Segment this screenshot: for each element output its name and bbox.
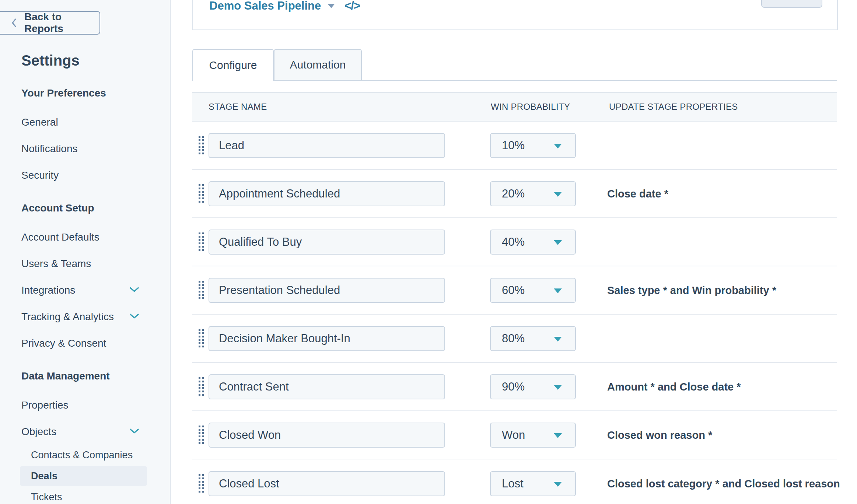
sidebar-item-deals[interactable]: Deals — [20, 466, 147, 486]
stage-name-input[interactable] — [209, 471, 445, 496]
sidebar-item-label: Your Preferences — [0, 87, 106, 99]
sidebar-item-privacy-consent[interactable]: Privacy & Consent — [0, 333, 171, 353]
win-probability-value: Won — [502, 428, 525, 442]
table-row: 40% — [192, 218, 837, 266]
sidebar-section-data-management: Data Management — [0, 366, 171, 386]
dropdown-caret-icon — [554, 433, 562, 438]
stage-name-input[interactable] — [209, 278, 445, 303]
win-probability-value: 40% — [502, 235, 525, 249]
win-probability-value: 20% — [502, 187, 525, 200]
stage-name-input[interactable] — [209, 133, 445, 158]
table-row: 20% Close date * — [192, 170, 837, 218]
chevron-down-icon[interactable] — [328, 4, 335, 8]
stage-name-input[interactable] — [209, 374, 445, 399]
stage-name-input[interactable] — [209, 230, 445, 255]
sidebar-item-label: Tickets — [0, 491, 62, 503]
win-probability-select[interactable]: Lost — [490, 471, 576, 496]
win-probability-value: 80% — [502, 332, 525, 345]
sidebar-item-security[interactable]: Security — [0, 165, 171, 185]
dropdown-caret-icon — [554, 192, 562, 197]
sidebar-item-label: Contacts & Companies — [0, 449, 133, 461]
code-icon[interactable]: </> — [344, 0, 360, 13]
sidebar-item-label: Security — [0, 169, 59, 181]
sidebar-item-tracking-analytics[interactable]: Tracking & Analytics — [0, 307, 171, 327]
column-header-update-properties: UPDATE STAGE PROPERTIES — [609, 102, 738, 112]
sidebar-item-label: Objects — [0, 426, 56, 438]
chevron-left-icon — [11, 18, 17, 28]
sidebar-item-properties[interactable]: Properties — [0, 395, 171, 415]
sidebar-item-label: Integrations — [0, 284, 75, 296]
win-probability-select[interactable]: 80% — [490, 326, 576, 351]
dropdown-caret-icon — [554, 240, 562, 245]
win-probability-select[interactable]: 40% — [490, 230, 576, 255]
win-probability-value: 90% — [502, 380, 525, 393]
drag-handle-icon[interactable] — [198, 425, 204, 445]
settings-screen: Back to Reports Settings Your Preference… — [0, 0, 857, 504]
sidebar-item-label: Account Defaults — [0, 231, 99, 243]
table-row: 80% — [192, 315, 837, 363]
win-probability-select[interactable]: 10% — [490, 133, 576, 158]
table-header-row: STAGE NAME WIN PROBABILITY UPDATE STAGE … — [192, 92, 837, 122]
pipeline-header-card: Demo Sales Pipeline </> — [192, 0, 838, 30]
stage-name-input[interactable] — [209, 423, 445, 448]
pipeline-selector-row: Demo Sales Pipeline </> — [209, 0, 360, 13]
update-stage-properties-text: Amount * and Close date * — [607, 381, 741, 393]
sidebar-item-label: Notifications — [0, 143, 78, 155]
tab-automation[interactable]: Automation — [274, 49, 362, 81]
sidebar-item-integrations[interactable]: Integrations — [0, 280, 171, 300]
sidebar-item-label: Data Management — [0, 370, 110, 382]
dropdown-caret-icon — [554, 385, 562, 390]
table-row: 60% Sales type * and Win probability * — [192, 266, 837, 315]
sidebar-item-label: Tracking & Analytics — [0, 311, 114, 323]
drag-handle-icon[interactable] — [198, 377, 204, 397]
drag-handle-icon[interactable] — [198, 136, 204, 155]
chevron-down-icon[interactable] — [129, 428, 139, 436]
settings-sidebar: Back to Reports Settings Your Preference… — [0, 0, 171, 504]
table-row: Won Closed won reason * — [192, 411, 837, 459]
drag-handle-icon[interactable] — [198, 474, 204, 494]
win-probability-select[interactable]: 90% — [490, 374, 576, 399]
pipeline-stages-table: STAGE NAME WIN PROBABILITY UPDATE STAGE … — [192, 92, 837, 504]
win-probability-value: Lost — [502, 477, 524, 490]
back-to-reports-button[interactable]: Back to Reports — [0, 11, 100, 35]
chevron-down-icon[interactable] — [129, 313, 139, 321]
update-stage-properties-text: Sales type * and Win probability * — [607, 284, 776, 296]
stage-name-input[interactable] — [209, 181, 445, 206]
sidebar-item-users-teams[interactable]: Users & Teams — [0, 254, 171, 274]
table-row: 10% — [192, 122, 837, 170]
win-probability-select[interactable]: Won — [490, 423, 576, 448]
sidebar-item-label: Privacy & Consent — [0, 337, 106, 349]
update-stage-properties-text: Closed won reason * — [607, 429, 712, 441]
drag-handle-icon[interactable] — [198, 184, 204, 204]
sidebar-item-account-defaults[interactable]: Account Defaults — [0, 227, 171, 247]
sidebar-item-objects[interactable]: Objects — [0, 422, 171, 442]
pipeline-selector[interactable]: Demo Sales Pipeline — [209, 0, 321, 13]
sidebar-item-tickets[interactable]: Tickets — [0, 487, 171, 504]
sidebar-item-notifications[interactable]: Notifications — [0, 139, 171, 159]
chevron-down-icon[interactable] — [129, 287, 139, 294]
win-probability-select[interactable]: 60% — [490, 278, 576, 303]
dropdown-caret-icon — [554, 288, 562, 293]
win-probability-select[interactable]: 20% — [490, 181, 576, 206]
table-row: Lost Closed lost category * and Closed l… — [192, 459, 837, 504]
column-header-win-probability: WIN PROBABILITY — [491, 102, 570, 112]
sidebar-item-contacts-companies[interactable]: Contacts & Companies — [0, 445, 171, 465]
cut-off-button[interactable] — [761, 0, 822, 8]
tab-configure[interactable]: Configure — [192, 49, 274, 81]
sidebar-item-general[interactable]: General — [0, 112, 171, 132]
drag-handle-icon[interactable] — [198, 329, 204, 349]
drag-handle-icon[interactable] — [198, 280, 204, 300]
sidebar-item-label: Users & Teams — [0, 258, 91, 270]
sidebar-item-label: Properties — [0, 399, 69, 411]
stage-name-input[interactable] — [209, 326, 445, 351]
page-title: Settings — [21, 52, 80, 69]
dropdown-caret-icon — [554, 144, 562, 148]
update-stage-properties-text: Closed lost category * and Closed lost r… — [607, 477, 840, 490]
win-probability-value: 10% — [502, 139, 525, 152]
sidebar-section-account-setup: Account Setup — [0, 198, 171, 218]
column-header-stage-name: STAGE NAME — [209, 102, 267, 112]
win-probability-value: 60% — [502, 284, 525, 297]
sidebar-item-label: Account Setup — [0, 202, 94, 214]
update-stage-properties-text: Close date * — [607, 188, 668, 200]
drag-handle-icon[interactable] — [198, 232, 204, 252]
